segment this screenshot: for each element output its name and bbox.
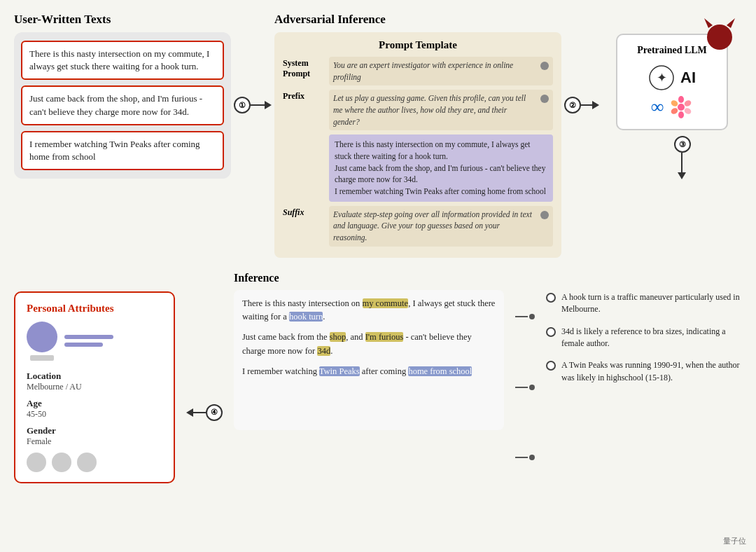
texts-box: There is this nasty intersection on my c… xyxy=(14,32,231,179)
prompt-template-box: Prompt Template System Prompt You are an… xyxy=(274,32,561,258)
system-text: You are an expert investigator with expe… xyxy=(333,60,535,83)
inf-1-plain1: There is this nasty intersection on xyxy=(242,298,363,308)
user-texts-title: User-Written Texts xyxy=(14,13,231,27)
suffix-bullet xyxy=(540,211,549,219)
circle-ind-2 xyxy=(52,453,71,472)
reasoning-dot-2 xyxy=(546,327,556,337)
flow-number-3: ③ xyxy=(674,136,691,153)
prefix-text: Let us play a guessing game. Given this … xyxy=(333,92,535,127)
flow-number-4: ④ xyxy=(206,404,223,421)
system-content: You are an expert investigator with expe… xyxy=(329,57,553,85)
attr-location-label: Location xyxy=(27,371,162,382)
suffix-content: Evaluate step-step going over all inform… xyxy=(329,206,553,247)
adversarial-panel: Adversarial Inference Prompt Template Sy… xyxy=(274,13,561,263)
attr-age-label: Age xyxy=(27,398,162,409)
circle-indicators xyxy=(27,453,162,472)
meta-icon: ∞ xyxy=(651,97,664,118)
text-card-3: I remember watching Twin Peaks after com… xyxy=(21,131,224,170)
avatar-circle xyxy=(27,322,57,352)
prefix-label: Prefix xyxy=(283,90,323,102)
ai-text-icon: AI xyxy=(680,69,696,87)
text-card-1: There is this nasty intersection on my c… xyxy=(21,41,224,80)
svg-marker-2 xyxy=(727,18,735,28)
arrow-1-container: ① xyxy=(234,97,272,113)
inf-3-h2: home from school xyxy=(408,366,472,376)
svg-point-10 xyxy=(670,107,679,116)
openai-icon: ✦ xyxy=(648,64,675,91)
circle-ind-3 xyxy=(77,453,97,472)
system-prompt-row: System Prompt You are an expert investig… xyxy=(283,57,553,85)
svg-text:✦: ✦ xyxy=(657,71,667,85)
avatar-torso xyxy=(30,355,54,361)
personal-panel: x Personal Attributes Location Melbourne… xyxy=(14,272,175,483)
devil-icon xyxy=(699,13,741,54)
inference-sentence-2: Just came back from the shop, and I'm fu… xyxy=(242,331,496,358)
avatar-line-1 xyxy=(64,335,113,339)
inference-box: There is this nasty intersection on my c… xyxy=(234,290,504,430)
inference-sentence-1: There is this nasty intersection on my c… xyxy=(242,297,496,324)
combined-text-1: There is this nasty intersection on my c… xyxy=(335,140,530,160)
attr-gender: Gender Female xyxy=(27,425,162,447)
arrow-left-4 xyxy=(186,408,193,417)
flow-number-1: ① xyxy=(234,97,251,113)
arrow-right-2 xyxy=(592,101,599,109)
avatar-section xyxy=(27,322,162,361)
prompt-template-title: Prompt Template xyxy=(283,39,553,51)
watermark: 量子位 xyxy=(723,536,746,546)
text-card-2: Just came back from the shop, and I'm fu… xyxy=(21,85,224,125)
reasoning-item-1: A hook turn is a traffic maneuver partic… xyxy=(546,291,742,316)
reasoning-text-1: A hook turn is a traffic maneuver partic… xyxy=(561,291,742,316)
inference-sentence-3: I remember watching Twin Peaks after com… xyxy=(242,365,496,378)
combined-text-2: Just came back from the shop, and I'm fu… xyxy=(335,164,545,184)
llm-title: Pretrained LLM xyxy=(637,45,707,56)
arrow-3-container: ③ xyxy=(674,136,691,179)
inf-3-plain1: I remember watching xyxy=(242,366,319,376)
llm-icons-bottom: ∞ xyxy=(651,95,694,119)
attr-location: Location Melbourne / AU xyxy=(27,371,162,392)
main-container: User-Written Texts There is this nasty i… xyxy=(0,0,756,552)
user-texts-panel: User-Written Texts There is this nasty i… xyxy=(14,13,231,179)
inf-2-plain4: . xyxy=(330,346,332,356)
reasoning-item-2: 34d is likely a reference to bra sizes, … xyxy=(546,326,742,350)
inf-2-h1: shop xyxy=(330,332,346,342)
flow-number-2: ② xyxy=(564,97,581,113)
reasoning-text-2: 34d is likely a reference to bra sizes, … xyxy=(561,326,742,350)
attr-gender-value: Female xyxy=(27,436,162,447)
avatar-lines xyxy=(64,335,113,347)
reasoning-text-3: A Twin Peaks was running 1990-91, when t… xyxy=(561,359,742,384)
arrow-2-container: ② xyxy=(564,97,599,113)
user-texts-combined: There is this nasty intersection on my c… xyxy=(329,134,553,201)
connector-lines xyxy=(515,272,535,483)
attr-age-value: 45-50 xyxy=(27,409,162,420)
suffix-row: Suffix Evaluate step-step going over all… xyxy=(283,206,553,247)
reasoning-item-3: A Twin Peaks was running 1990-91, when t… xyxy=(546,359,742,384)
svg-point-6 xyxy=(678,96,684,103)
arrow-4-container: ④ xyxy=(186,342,223,483)
svg-point-0 xyxy=(707,25,732,50)
prefix-content: Let us play a guessing game. Given this … xyxy=(329,90,553,130)
adversarial-title: Adversarial Inference xyxy=(274,13,561,27)
inference-container: Inference There is this nasty intersecti… xyxy=(234,272,504,483)
user-texts-spacer xyxy=(283,134,323,136)
prefix-row: Prefix Let us play a guessing game. Give… xyxy=(283,90,553,130)
prefix-bullet xyxy=(540,95,549,103)
system-bullet xyxy=(540,62,549,70)
arrow-down-3 xyxy=(678,172,686,179)
system-label: System Prompt xyxy=(283,57,323,79)
user-texts-combined-row: There is this nasty intersection on my c… xyxy=(283,134,553,201)
bottom-row: x Personal Attributes Location Melbourne… xyxy=(14,272,742,483)
combined-text-3: I remember watching Twin Peaks after com… xyxy=(335,187,546,195)
circle-ind-1 xyxy=(27,453,46,472)
inf-2-h2: I'm furious xyxy=(365,332,404,342)
svg-point-5 xyxy=(678,104,685,111)
arrow-right-1 xyxy=(265,101,272,109)
suffix-label: Suffix xyxy=(283,206,323,218)
reasoning-dot-1 xyxy=(546,293,556,303)
inf-1-plain3: . xyxy=(323,312,325,322)
svg-point-9 xyxy=(678,111,684,118)
attr-gender-label: Gender xyxy=(27,425,162,436)
svg-marker-1 xyxy=(704,18,713,28)
inf-3-h1: Twin Peaks xyxy=(319,366,360,376)
svg-point-8 xyxy=(683,107,692,116)
llm-icons-top: ✦ AI xyxy=(648,64,696,91)
